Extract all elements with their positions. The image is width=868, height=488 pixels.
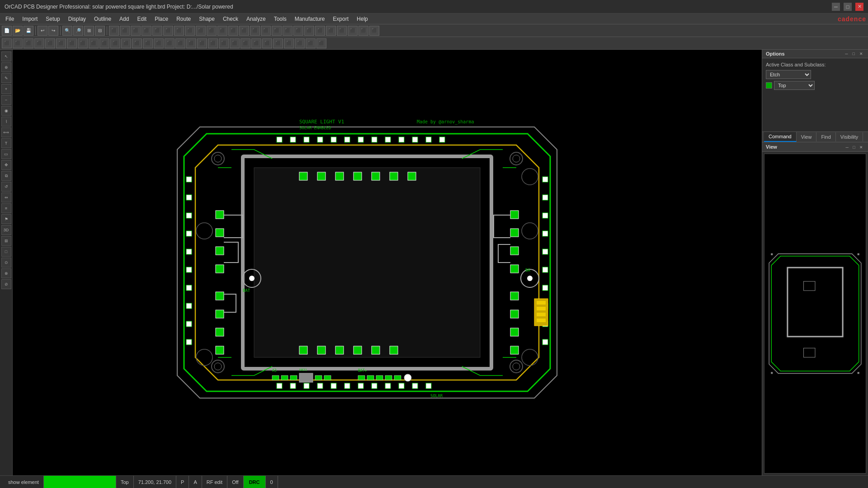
options-close-btn[interactable]: ✕: [858, 51, 864, 56]
tab-find[interactable]: Find: [816, 132, 835, 141]
tool-rotate[interactable]: ↺: [1, 182, 11, 192]
tb-btn-13[interactable]: ⬛: [239, 26, 249, 36]
tb-btn-18[interactable]: ⬛: [293, 26, 303, 36]
tool-mirror[interactable]: ⇔: [1, 192, 11, 202]
tb-zoom-area[interactable]: ⊟: [95, 26, 105, 36]
tb-btn-19[interactable]: ⬛: [304, 26, 314, 36]
tb2-btn-9[interactable]: ⬛: [89, 38, 99, 48]
menu-file[interactable]: File: [2, 15, 18, 23]
tool-move[interactable]: ✥: [1, 160, 11, 170]
tool-net[interactable]: ⊞: [1, 236, 11, 246]
tb-btn-20[interactable]: ⬛: [315, 26, 325, 36]
tb2-btn-14[interactable]: ⬛: [143, 38, 153, 48]
tb-btn-22[interactable]: ⬛: [337, 26, 347, 36]
tb-btn-23[interactable]: ⬛: [348, 26, 358, 36]
menu-outline[interactable]: Outline: [90, 15, 115, 23]
tb-btn-1[interactable]: ⬛: [109, 26, 119, 36]
tool-via[interactable]: ◉: [1, 106, 11, 116]
tb2-btn-11[interactable]: ⬛: [110, 38, 120, 48]
tool-select[interactable]: ↖: [1, 52, 11, 61]
tb2-btn-12[interactable]: ⬛: [121, 38, 131, 48]
tb-btn-12[interactable]: ⬛: [228, 26, 238, 36]
tb2-btn-2[interactable]: ⬛: [13, 38, 23, 48]
tb-zoom-out[interactable]: 🔎: [73, 26, 83, 36]
tab-command[interactable]: Command: [764, 132, 797, 142]
tb-btn-15[interactable]: ⬛: [261, 26, 271, 36]
tool-test[interactable]: ⊙: [1, 258, 11, 267]
close-button[interactable]: ✕: [855, 3, 863, 11]
tb-btn-3[interactable]: ⬛: [131, 26, 141, 36]
tb2-btn-16[interactable]: ⬛: [165, 38, 175, 48]
menu-setup[interactable]: Setup: [42, 15, 63, 23]
tool-drill[interactable]: ⊘: [1, 279, 11, 289]
tb2-btn-20[interactable]: ⬛: [208, 38, 218, 48]
menu-tools[interactable]: Tools: [270, 15, 290, 23]
tb-btn-24[interactable]: ⬛: [359, 26, 368, 36]
canvas-area[interactable]: SQUARE LIGHT V1 SOLAR ENABLED Made by @a…: [13, 50, 762, 475]
tool-constraint[interactable]: ⊗: [1, 268, 11, 278]
tool-draw[interactable]: ✎: [1, 73, 11, 83]
tb2-btn-6[interactable]: ⬛: [56, 38, 66, 48]
class-dropdown[interactable]: Etch Board Geometry Package Geometry Via…: [766, 70, 811, 79]
tool-measure[interactable]: ⟺: [1, 127, 11, 137]
menu-check[interactable]: Check: [219, 15, 242, 23]
tb2-btn-10[interactable]: ⬛: [99, 38, 109, 48]
tb-btn-6[interactable]: ⬛: [163, 26, 173, 36]
tool-prop[interactable]: ≡: [1, 203, 11, 213]
tb-zoom-fit[interactable]: ⊞: [84, 26, 94, 36]
tool-3d[interactable]: 3D: [1, 225, 11, 235]
tab-view[interactable]: View: [797, 132, 817, 141]
tb-btn-25[interactable]: ⬛: [369, 26, 379, 36]
menu-export[interactable]: Export: [329, 15, 352, 23]
tb-new[interactable]: 📄: [2, 26, 12, 36]
tb2-btn-26[interactable]: ⬛: [273, 38, 283, 48]
tool-add[interactable]: +: [1, 84, 11, 94]
tb2-btn-8[interactable]: ⬛: [78, 38, 88, 48]
maximize-button[interactable]: □: [844, 3, 852, 11]
tb2-btn-27[interactable]: ⬛: [284, 38, 294, 48]
menu-shape[interactable]: Shape: [195, 15, 218, 23]
tb2-btn-1[interactable]: ⬛: [2, 38, 12, 48]
tb-zoom-in[interactable]: 🔍: [62, 26, 72, 36]
tb-btn-7[interactable]: ⬛: [174, 26, 184, 36]
menu-import[interactable]: Import: [19, 15, 41, 23]
tb-btn-4[interactable]: ⬛: [142, 26, 151, 36]
view-close-btn[interactable]: ✕: [858, 145, 864, 150]
menu-analyze[interactable]: Analyze: [243, 15, 269, 23]
tool-zoom[interactable]: ⊕: [1, 62, 11, 72]
tab-visibility[interactable]: Visibility: [836, 132, 863, 141]
tb-btn-10[interactable]: ⬛: [207, 26, 217, 36]
tb2-btn-30[interactable]: ⬛: [316, 38, 326, 48]
options-minimize-btn[interactable]: ─: [844, 51, 849, 56]
tb-btn-17[interactable]: ⬛: [283, 26, 292, 36]
tb2-btn-4[interactable]: ⬛: [34, 38, 44, 48]
tool-shape[interactable]: ▭: [1, 149, 11, 159]
minimize-button[interactable]: ─: [832, 3, 840, 11]
tb-btn-16[interactable]: ⬛: [272, 26, 282, 36]
menu-route[interactable]: Route: [173, 15, 194, 23]
tool-place[interactable]: □: [1, 247, 11, 257]
view-resize-btn[interactable]: □: [851, 145, 856, 150]
tb-btn-21[interactable]: ⬛: [326, 26, 336, 36]
tb2-btn-15[interactable]: ⬛: [154, 38, 164, 48]
tb2-btn-17[interactable]: ⬛: [175, 38, 185, 48]
tb2-btn-3[interactable]: ⬛: [24, 38, 33, 48]
view-minimize-btn[interactable]: ─: [844, 145, 849, 150]
tb2-btn-21[interactable]: ⬛: [219, 38, 229, 48]
tb-btn-9[interactable]: ⬛: [196, 26, 206, 36]
tb2-btn-13[interactable]: ⬛: [132, 38, 142, 48]
tb-open[interactable]: 📂: [13, 26, 23, 36]
tb2-btn-28[interactable]: ⬛: [295, 38, 305, 48]
options-resize-btn[interactable]: □: [851, 51, 856, 56]
tb2-btn-22[interactable]: ⬛: [230, 38, 240, 48]
tb-save[interactable]: 💾: [24, 26, 33, 36]
tb2-btn-25[interactable]: ⬛: [262, 38, 272, 48]
tb-btn-8[interactable]: ⬛: [185, 26, 195, 36]
subclass-dropdown[interactable]: Top Bottom Inner1 Inner2: [774, 81, 815, 90]
tb-undo[interactable]: ↩: [38, 26, 47, 36]
menu-place[interactable]: Place: [151, 15, 172, 23]
tb-btn-11[interactable]: ⬛: [217, 26, 227, 36]
tb2-btn-7[interactable]: ⬛: [67, 38, 77, 48]
tb2-btn-24[interactable]: ⬛: [251, 38, 261, 48]
tb2-btn-19[interactable]: ⬛: [197, 38, 207, 48]
